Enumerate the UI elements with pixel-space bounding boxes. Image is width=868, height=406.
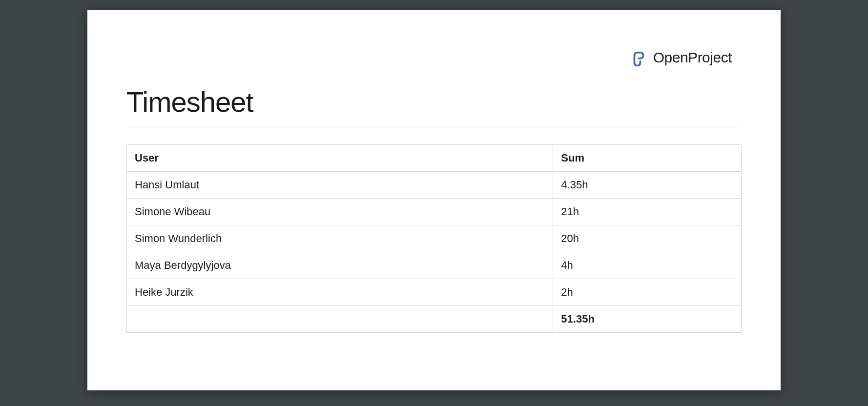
cell-user: Hansi Umlaut [127, 172, 553, 199]
brand-logo: OpenProject [631, 49, 732, 66]
timesheet-table: User Sum Hansi Umlaut 4.35h Simone Wibea… [126, 144, 742, 333]
column-header-user: User [127, 145, 553, 172]
table-total-row: 51.35h [127, 306, 742, 333]
openproject-icon [631, 49, 648, 66]
document-page: OpenProject Timesheet User Sum Hansi Uml… [87, 10, 781, 390]
column-header-sum: Sum [553, 145, 742, 172]
cell-total-user [127, 306, 553, 333]
cell-user: Simone Wibeau [127, 199, 553, 225]
cell-sum: 20h [553, 225, 742, 252]
table-row: Maya Berdygylyjova 4h [127, 252, 742, 279]
cell-sum: 4h [553, 252, 742, 279]
table-row: Simone Wibeau 21h [127, 199, 742, 225]
cell-user: Simon Wunderlich [127, 225, 553, 252]
cell-user: Heike Jurzik [127, 279, 553, 306]
cell-user: Maya Berdygylyjova [127, 252, 553, 279]
table-row: Heike Jurzik 2h [127, 279, 742, 306]
cell-sum: 2h [553, 279, 742, 306]
brand-name: OpenProject [653, 49, 732, 66]
cell-total-sum: 51.35h [553, 306, 742, 333]
table-header-row: User Sum [127, 145, 742, 172]
page-title: Timesheet [126, 85, 742, 118]
table-row: Hansi Umlaut 4.35h [127, 172, 742, 199]
cell-sum: 21h [553, 199, 742, 225]
table-row: Simon Wunderlich 20h [127, 225, 742, 252]
title-divider [126, 127, 742, 127]
cell-sum: 4.35h [553, 172, 742, 199]
